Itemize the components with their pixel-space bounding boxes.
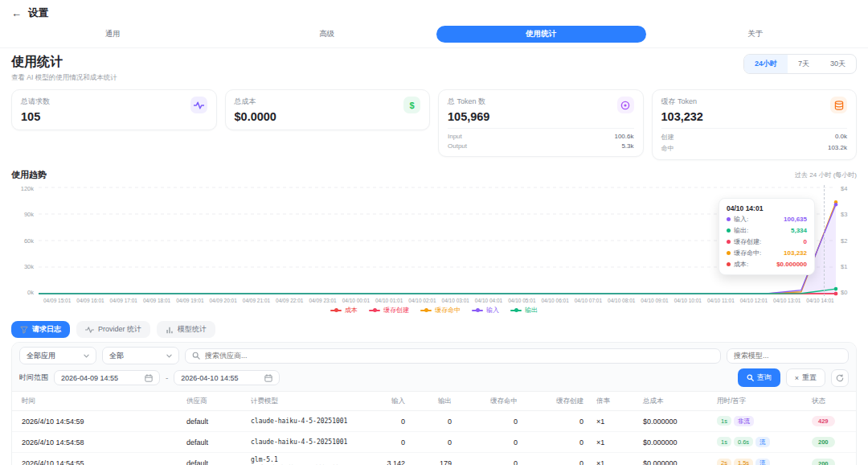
time-range-selector: 24小时 7天 30天 [743,54,857,74]
legend-marker [510,310,522,311]
calendar-icon [145,374,153,382]
legend-label: 输入 [486,306,499,315]
app-select[interactable]: 全部应用 [19,347,96,364]
chart-tooltip: 04/10 14:01 输入:100,635 输出:5,334 缓存创建:0 缓… [719,198,815,275]
stat-sub-row: Input 100.6k [448,133,634,140]
tab-general[interactable]: 通用 [8,26,218,43]
tab-model-stats[interactable]: 模型统计 [157,321,215,338]
column-header: 总成本 [643,397,717,406]
date-to-picker[interactable]: 2026-04-10 14:55 [174,370,280,385]
cell-input: 0 [371,418,418,426]
cell-model: claude-haiku-4-5-20251001 [251,418,371,425]
stat-card-cache-tokens: 缓存 Token 103,232 创建 0.0k 命中 103.2k [652,89,858,160]
series-dot [727,251,731,255]
token-icon [617,97,634,113]
duration-badge: 非流 [734,416,754,426]
cell-cost: $0.000000 [643,418,717,426]
x-tick-label: 04/09 19:01 [176,298,203,303]
cell-duration: 1s0.6s流 [717,437,812,447]
column-header: 缓存创建 [530,397,596,406]
cell-cache-create: 0 [530,459,596,465]
legend-item[interactable]: 输出 [510,306,538,315]
cell-model: claude-haiku-4-5-20251001 [251,438,371,446]
series-dot [727,240,731,244]
y-tick-label: $2 [841,237,857,245]
x-tick-label: 04/09 16:01 [76,298,104,303]
scope-select[interactable]: 全部 [102,347,179,364]
y-axis-left: 120k90k60k30k0k [11,185,39,296]
y-axis-right: $4$3$2$1$0 [836,185,857,296]
refresh-button[interactable] [831,369,849,387]
stat-sub-label: Input [448,133,462,140]
tab-provider-stats[interactable]: Provider 统计 [76,321,150,338]
tooltip-row: 缓存命中:103,232 [727,249,807,257]
range-30d-button[interactable]: 30天 [820,55,856,73]
legend-item[interactable]: 输入 [472,306,499,315]
back-icon[interactable]: ← [11,7,22,19]
tooltip-row: 输出:5,334 [727,226,807,235]
legend-item[interactable]: 缓存创建 [369,306,409,315]
x-tick-label: 04/10 09:01 [641,298,668,303]
query-button[interactable]: 查询 [738,368,780,387]
y-tick-label: 60k [11,237,34,245]
filter-bar: 全部应用 全部 时间范围 2026-04-09 14:55 - [12,343,856,392]
topbar: ← 设置 [0,0,868,23]
tab-usage-stats[interactable]: 使用统计 [436,26,646,43]
model-search-input[interactable] [734,352,841,360]
provider-search-input[interactable] [205,352,714,360]
trend-title: 使用趋势 [11,169,47,181]
refresh-icon [836,374,844,382]
column-header: 供应商 [186,397,251,406]
x-tick-label: 04/10 04:01 [475,298,502,303]
page-header-title: 设置 [28,6,48,20]
stat-value: 105 [21,110,50,123]
stat-label: 总请求数 [21,97,50,107]
tooltip-row: 成本:$0.000000 [727,260,807,269]
x-tick-label: 04/10 03:01 [442,298,469,303]
table-row[interactable]: 2026/4/10 14:54:55defaultglm-5.1→ claude… [12,453,856,465]
tooltip-row: 缓存创建:0 [727,237,807,246]
duration-badge: 流 [755,459,770,465]
stat-sub-row: 创建 0.0k [661,133,848,142]
cell-time: 2026/4/10 14:54:58 [22,438,186,446]
reset-button[interactable]: × 重置 [786,368,825,387]
cell-cost: $0.000000 [643,459,717,465]
tab-advanced[interactable]: 高级 [223,26,432,43]
tab-request-log[interactable]: 请求日志 [11,321,70,338]
legend-item[interactable]: 成本 [330,306,358,315]
column-header: 输出 [418,397,465,406]
time-range-label: 时间范围 [19,372,48,383]
x-tick-label: 04/09 21:01 [243,298,270,303]
table-row[interactable]: 2026/4/10 14:54:59defaultclaude-haiku-4-… [12,411,856,432]
cell-rate: ×1 [596,459,643,465]
x-tick-label: 04/09 20:01 [209,298,236,303]
legend-item[interactable]: 缓存命中 [420,306,461,315]
table-row[interactable]: 2026/4/10 14:54:58defaultclaude-haiku-4-… [12,432,856,453]
column-header: 计费模型 [251,397,371,406]
cell-cache-create: 0 [530,418,596,426]
legend-marker [330,310,342,311]
stat-sub-value: 5.3k [621,142,633,150]
x-tick-label: 04/10 06:01 [541,298,568,303]
x-tick-label: 04/10 01:01 [375,298,403,303]
duration-badge: 流 [755,437,770,447]
provider-search-box [185,348,721,364]
stat-sub-row: 命中 103.2k [661,144,848,153]
duration-badge: 0.6s [734,437,753,446]
x-tick-label: 04/09 23:01 [309,298,336,303]
date-from-picker[interactable]: 2026-04-09 14:55 [54,370,160,385]
stat-sub-label: Output [448,142,467,150]
tab-label: 模型统计 [178,324,207,335]
date-from-value: 2026-04-09 14:55 [61,374,118,382]
range-24h-button[interactable]: 24小时 [744,55,788,73]
stat-card-total-tokens: 总 Token 数 105,969 Input 100.6k Output 5.… [438,89,644,157]
stat-label: 缓存 Token [661,97,703,107]
tab-about[interactable]: 关于 [651,26,861,43]
range-7d-button[interactable]: 7天 [788,55,820,73]
model-search-box [727,348,849,364]
search-icon [747,374,754,381]
trend-chart[interactable]: 04/10 14:01 输入:100,635 输出:5,334 缓存创建:0 缓… [39,185,836,296]
cell-output: 179 [418,459,465,465]
search-icon [192,352,200,360]
chart-legend: 成本缓存创建缓存命中输入输出 [11,306,857,315]
